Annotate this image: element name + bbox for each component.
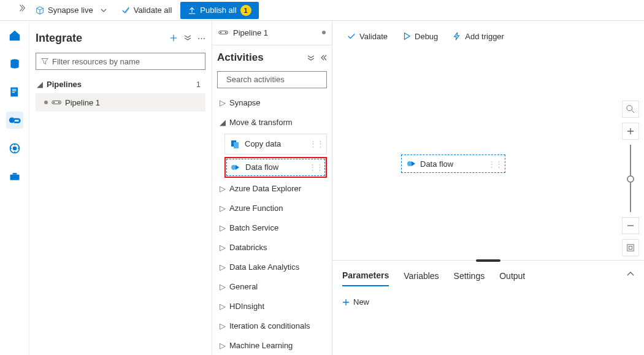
filter-input-field[interactable] (52, 57, 200, 66)
caret-right-icon: ▷ (220, 302, 226, 311)
workspace-dropdown[interactable]: Synapse live (29, 0, 113, 20)
zoom-slider[interactable] (630, 145, 631, 212)
svg-rect-18 (234, 142, 239, 148)
tab-output[interactable]: Output (499, 270, 525, 286)
group-hdinsight[interactable]: ▷HDInsight (217, 296, 327, 316)
caret-right-icon: ▷ (220, 262, 226, 272)
tree-pipelines-label: Pipelines (47, 80, 193, 89)
pipeline-icon (218, 28, 228, 37)
zoom-in-button[interactable] (622, 123, 639, 140)
hide-panel-icon[interactable] (320, 54, 327, 61)
grip-icon: ⋮⋮ (309, 139, 324, 148)
zoom-slider-thumb[interactable] (627, 175, 634, 183)
tab-variables[interactable]: Variables (404, 270, 439, 286)
svg-rect-23 (629, 246, 632, 249)
fit-screen-button[interactable] (622, 239, 639, 256)
group-databricks[interactable]: ▷Databricks (217, 237, 327, 257)
tree-item-pipeline1[interactable]: Pipeline 1 (36, 93, 205, 112)
new-parameter-button[interactable]: New (342, 297, 634, 307)
collapse-panel-button[interactable] (627, 270, 634, 278)
group-synapse[interactable]: ▷Synapse (217, 93, 327, 113)
tab-settings[interactable]: Settings (454, 270, 485, 286)
caret-down-icon: ◢ (220, 118, 226, 127)
group-machine-learning[interactable]: ▷Machine Learning (217, 335, 327, 355)
publish-all-button[interactable]: Publish all 1 (180, 2, 258, 19)
svg-point-12 (58, 102, 59, 103)
chevron-down-icon (101, 7, 107, 13)
pipeline-icon (52, 98, 61, 107)
expand-sidebar-icon[interactable] (17, 4, 26, 12)
nav-manage[interactable] (6, 168, 23, 185)
group-label: Azure Function (229, 204, 283, 213)
collapse-all-icon[interactable] (184, 34, 191, 43)
group-label: Data Lake Analytics (229, 262, 299, 272)
caret-right-icon: ▷ (220, 184, 226, 193)
group-label: Move & transform (229, 118, 293, 127)
tree-pipelines[interactable]: ◢ Pipelines 1 (36, 75, 205, 93)
caret-right-icon: ▷ (220, 341, 226, 350)
tree-pipelines-count: 1 (196, 80, 203, 89)
bolt-icon (453, 32, 461, 40)
svg-rect-9 (12, 173, 17, 175)
caret-right-icon: ▷ (220, 204, 226, 213)
collapse-activities-icon[interactable] (307, 54, 315, 61)
zoom-out-button[interactable] (622, 217, 639, 234)
nav-monitor[interactable] (6, 140, 23, 157)
group-label: Azure Data Explorer (229, 184, 301, 193)
tab-parameters[interactable]: Parameters (342, 270, 389, 286)
workspace-label: Synapse live (48, 6, 93, 15)
publish-all-label: Publish all (200, 6, 236, 15)
nav-home[interactable] (6, 27, 23, 44)
data-flow-icon (407, 159, 416, 169)
svg-point-14 (220, 32, 221, 33)
grip-icon: ⋮⋮ (488, 159, 502, 169)
group-label: Machine Learning (229, 341, 293, 350)
group-batch-service[interactable]: ▷Batch Service (217, 218, 327, 238)
svg-point-5 (9, 117, 14, 123)
add-resource-button[interactable] (169, 34, 178, 43)
caret-right-icon: ▷ (220, 321, 226, 330)
group-general[interactable]: ▷General (217, 277, 327, 296)
grip-icon: ⋮⋮ (309, 162, 323, 172)
caret-down-icon: ◢ (37, 80, 43, 89)
nav-integrate[interactable] (6, 112, 23, 129)
group-move-transform[interactable]: ◢Move & transform (217, 113, 327, 132)
more-icon[interactable]: ⋯ (197, 34, 205, 43)
activity-data-flow[interactable]: Data flow ⋮⋮ (224, 157, 327, 178)
plus-icon (342, 299, 350, 306)
validate-button[interactable]: Validate (347, 32, 388, 41)
nav-develop[interactable] (6, 83, 23, 101)
tab-pipeline1[interactable]: Pipeline 1 (233, 21, 268, 45)
search-activities-field[interactable] (226, 75, 329, 84)
cube-icon (36, 6, 44, 15)
group-iteration-conditionals[interactable]: ▷Iteration & conditionals (217, 316, 327, 335)
group-azure-function[interactable]: ▷Azure Function (217, 199, 327, 218)
caret-right-icon: ▷ (220, 223, 226, 232)
group-azure-data-explorer[interactable]: ▷Azure Data Explorer (217, 179, 327, 199)
group-data-lake-analytics[interactable]: ▷Data Lake Analytics (217, 257, 327, 277)
group-label: Databricks (229, 243, 267, 252)
svg-rect-4 (12, 92, 14, 93)
tab-label: Pipeline 1 (233, 28, 268, 37)
group-label: Iteration & conditionals (229, 321, 310, 330)
svg-rect-3 (12, 91, 16, 91)
caret-right-icon: ▷ (220, 98, 226, 107)
group-label: Synapse (229, 98, 261, 107)
activity-copy-data[interactable]: Copy data ⋮⋮ (224, 134, 327, 155)
unsaved-dot-icon (44, 101, 48, 104)
canvas-data-flow-activity[interactable]: Data flow ⋮⋮ (401, 155, 505, 173)
publish-count-badge: 1 (240, 5, 251, 16)
debug-button[interactable]: Debug (402, 32, 438, 41)
svg-rect-8 (10, 175, 19, 180)
pipeline-canvas[interactable]: Data flow ⋮⋮ (332, 52, 644, 260)
nav-data[interactable] (6, 55, 23, 72)
canvas-search-button[interactable] (622, 101, 639, 118)
validate-all-button[interactable]: Validate all (115, 0, 178, 20)
integrate-title: Integrate (36, 32, 82, 45)
search-activities-input[interactable] (217, 71, 327, 88)
filter-resources-input[interactable] (36, 53, 205, 70)
svg-point-21 (627, 105, 632, 111)
svg-point-7 (12, 147, 17, 151)
add-trigger-button[interactable]: Add trigger (453, 32, 504, 41)
svg-rect-22 (627, 245, 634, 251)
